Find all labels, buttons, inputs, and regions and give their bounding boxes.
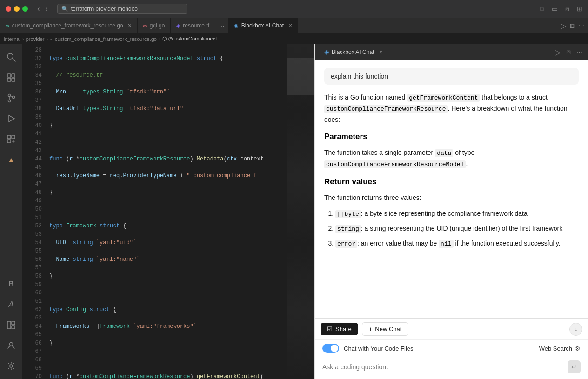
ai-file-icon: ◉ xyxy=(234,23,239,29)
back-arrow[interactable]: ‹ xyxy=(35,4,41,14)
tab-go[interactable]: ∞ custom_compliance_framework_resource.g… xyxy=(0,18,138,33)
activity-blackbox[interactable]: ▲ xyxy=(2,150,20,169)
parameters-heading: Parameters xyxy=(324,130,579,143)
share-button[interactable]: ☑ Share xyxy=(321,323,358,335)
chat-tab-label: Blackbox AI Chat xyxy=(332,49,374,55)
activity-settings[interactable] xyxy=(2,357,20,375)
svg-rect-3 xyxy=(12,74,15,77)
search-bar[interactable]: 🔍 terraform-provider-mondoo xyxy=(57,4,187,14)
svg-marker-9 xyxy=(9,115,14,122)
new-chat-button[interactable]: + New Chat xyxy=(362,322,409,336)
more-actions-icon[interactable]: ··· xyxy=(578,21,584,30)
svg-rect-12 xyxy=(7,140,11,143)
svg-rect-5 xyxy=(12,78,15,81)
nav-arrows: ‹ › xyxy=(35,4,50,14)
title-bar: ‹ › 🔍 terraform-provider-mondoo ⧉ ▭ ⧈ ⊞ xyxy=(0,0,588,18)
send-button[interactable]: ↵ xyxy=(568,360,581,373)
scroll-down-button[interactable]: ↓ xyxy=(569,323,582,336)
chat-input[interactable] xyxy=(322,363,568,371)
activity-layout[interactable] xyxy=(2,316,20,334)
chat-panel: ◉ Blackbox AI Chat × ▷ ⧈ ··· explain thi… xyxy=(314,44,588,379)
chat-toggle-row: Chat with Your Code Files Web Search ⚙ xyxy=(315,340,588,357)
tab-ai-label: Blackbox AI Chat xyxy=(241,22,284,29)
svg-rect-17 xyxy=(12,326,15,329)
search-text: terraform-provider-mondoo xyxy=(71,6,138,12)
return-value-3: error: an error value that may be nil if… xyxy=(335,238,579,249)
minimap-viewport xyxy=(287,58,314,95)
main-content: ▲ B A 2832333435 3637383940 4142434445 4… xyxy=(0,44,588,379)
scroll-down-icon: ↓ xyxy=(575,326,577,332)
breadcrumb-internal[interactable]: internal xyxy=(4,36,20,42)
code-files-toggle[interactable] xyxy=(322,344,339,353)
code-nil: nil xyxy=(439,240,453,248)
activity-b[interactable]: B xyxy=(2,275,20,293)
chat-tab-close[interactable]: × xyxy=(379,48,382,56)
tab-go-label: custom_compliance_framework_resource.go xyxy=(12,22,123,29)
traffic-lights xyxy=(6,6,28,12)
return-values-list: []byte: a byte slice representing the co… xyxy=(324,208,579,249)
ai-intro: This is a Go function named getFramework… xyxy=(324,92,579,125)
code-error: error xyxy=(335,240,357,248)
breadcrumb-file[interactable]: ∞ custom_compliance_framework_resource.g… xyxy=(50,36,157,42)
run-chat-icon[interactable]: ▷ xyxy=(555,48,561,57)
share-icon: ☑ xyxy=(327,326,333,332)
tab-ai[interactable]: ◉ Blackbox AI Chat × xyxy=(228,18,299,33)
activity-account[interactable] xyxy=(2,336,20,355)
tab-gql-label: gql.go xyxy=(150,22,165,29)
code-content: type customComplianceFrameworkResourceMo… xyxy=(46,44,287,379)
tab-tf[interactable]: ◈ resource.tf xyxy=(171,18,215,33)
maximize-traffic-light[interactable] xyxy=(22,6,28,12)
tab-more[interactable]: ··· xyxy=(215,18,228,33)
chat-tab-bar: ◉ Blackbox AI Chat × ▷ ⧈ ··· xyxy=(315,44,588,60)
tf-file-icon: ◈ xyxy=(176,23,180,29)
breadcrumb-symbol[interactable]: ⬡ (*customComplianceF... xyxy=(162,36,222,42)
web-search-button[interactable]: Web Search ⚙ xyxy=(539,345,581,352)
code-getFrameworkContent: getFrameworkContent xyxy=(407,94,480,102)
svg-point-19 xyxy=(10,365,13,367)
web-search-icon: ⚙ xyxy=(575,345,581,352)
activity-search[interactable] xyxy=(2,48,20,66)
svg-rect-14 xyxy=(12,141,15,142)
user-message: explain this function xyxy=(324,68,579,85)
minimize-traffic-light[interactable] xyxy=(14,6,20,12)
layout-icon-1[interactable]: ⧉ xyxy=(540,5,544,13)
tab-bar: ∞ custom_compliance_framework_resource.g… xyxy=(0,18,588,34)
forward-arrow[interactable]: › xyxy=(43,4,49,14)
layout-icon-3[interactable]: ⧈ xyxy=(565,5,569,13)
split-editor-icon[interactable]: ⧈ xyxy=(570,21,575,30)
breadcrumb: internal › provider › ∞ custom_complianc… xyxy=(0,34,588,44)
chat-action-bar: ☑ Share + New Chat ↓ xyxy=(315,319,588,340)
code-type: customComplianceFrameworkResourceModel xyxy=(324,160,466,168)
activity-explorer[interactable] xyxy=(2,68,20,87)
svg-rect-11 xyxy=(12,135,15,139)
breadcrumb-provider[interactable]: provider xyxy=(26,36,45,42)
activity-source-control[interactable] xyxy=(2,89,20,107)
split-chat-icon[interactable]: ⧈ xyxy=(566,48,571,57)
tab-gql[interactable]: ∞ gql.go xyxy=(138,18,171,33)
svg-line-1 xyxy=(13,59,15,61)
svg-rect-10 xyxy=(7,135,11,139)
activity-extensions[interactable] xyxy=(2,130,20,148)
tab-ai-close[interactable]: × xyxy=(288,22,292,29)
chat-tab-ai[interactable]: ◉ Blackbox AI Chat × xyxy=(321,48,387,56)
tab-go-close[interactable]: × xyxy=(128,22,132,29)
layout-icon-2[interactable]: ▭ xyxy=(552,5,558,13)
send-icon: ↵ xyxy=(571,363,577,371)
layout-icon-4[interactable]: ⊞ xyxy=(577,5,582,13)
share-label: Share xyxy=(335,326,352,332)
close-traffic-light[interactable] xyxy=(6,6,11,12)
return-value-1: []byte: a byte slice representing the co… xyxy=(335,208,579,219)
activity-run[interactable] xyxy=(2,109,20,128)
tab-tf-label: resource.tf xyxy=(183,22,209,29)
activity-font[interactable]: A xyxy=(2,295,20,314)
line-numbers: 2832333435 3637383940 4142434445 4647484… xyxy=(22,44,46,379)
code-struct: customComplianceFrameworkResource xyxy=(324,105,448,113)
activity-bottom: B A xyxy=(2,275,20,375)
tab-actions: ▷ ⧈ ··· xyxy=(557,18,588,33)
more-chat-icon[interactable]: ··· xyxy=(576,48,582,57)
return-values-intro: The function returns three values: xyxy=(324,193,579,203)
run-icon[interactable]: ▷ xyxy=(561,21,566,30)
svg-rect-15 xyxy=(7,321,11,329)
chat-bottom: ☑ Share + New Chat ↓ Chat with Your Code… xyxy=(315,318,588,379)
code-panel[interactable]: 2832333435 3637383940 4142434445 4647484… xyxy=(22,44,314,379)
